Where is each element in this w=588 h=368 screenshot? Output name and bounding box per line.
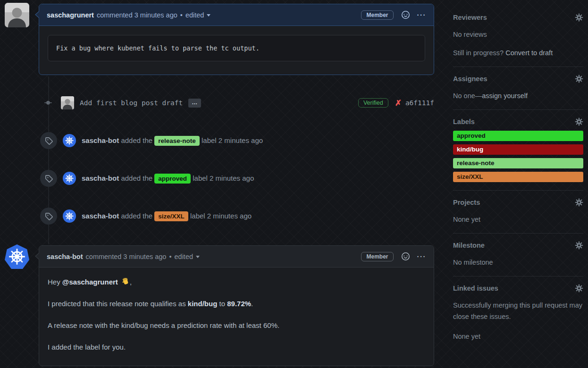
comment-header: sascha-bot commented 3 minutes ago • edi…	[39, 246, 434, 268]
comment-author-link[interactable]: sascha-bot	[47, 253, 83, 260]
reviewers-hint: Still in progress? Convert to draft	[453, 47, 583, 59]
tag-icon	[45, 175, 53, 183]
kubernetes-icon	[64, 211, 75, 221]
tag-icon	[45, 137, 53, 145]
assign-yourself-link[interactable]: assign yourself	[482, 92, 528, 100]
commit-message-link[interactable]: Add first blog post draft	[80, 99, 183, 107]
event-author-link[interactable]: sascha-bot	[82, 212, 119, 220]
comment-header: saschagrunert commented 3 minutes ago • …	[39, 4, 434, 26]
member-badge: Member	[361, 10, 393, 20]
wave-emoji-icon	[121, 277, 130, 286]
sidebar-label-size-xxl[interactable]: size/XXL	[453, 172, 583, 182]
smiley-icon	[402, 11, 410, 19]
prediction-line: I predicted that this release note quali…	[48, 299, 425, 309]
git-commit-icon	[40, 99, 56, 107]
reviewers-empty-text: No reviews	[453, 29, 583, 40]
event-action: added the	[121, 174, 152, 182]
smiley-icon	[402, 252, 410, 260]
gear-icon	[575, 198, 583, 207]
milestone-title[interactable]: Milestone	[453, 242, 485, 249]
mention-link[interactable]: @saschagrunert	[62, 278, 118, 286]
separator-dot: •	[180, 11, 183, 19]
event-action: added the	[121, 212, 152, 220]
comment-author-link[interactable]: saschagrunert	[47, 11, 94, 19]
event-badge	[40, 170, 57, 187]
commit-author-avatar[interactable]	[61, 96, 74, 109]
event-badge	[40, 132, 57, 149]
comment-options-button[interactable]: ···	[417, 252, 427, 260]
label-chip[interactable]: size/XXL	[154, 211, 188, 221]
assignees-settings-button[interactable]	[575, 75, 583, 83]
comment-saschagrunert: saschagrunert commented 3 minutes ago • …	[39, 4, 434, 75]
separator-dot: •	[169, 253, 171, 260]
label-chip[interactable]: release-note	[154, 136, 200, 146]
comment-timestamp[interactable]: commented 3 minutes ago	[97, 11, 177, 19]
sidebar-section-milestone: Milestone No milestone	[453, 234, 583, 276]
linked-issues-description: Successfully merging this pull request m…	[453, 300, 583, 322]
avatar-sascha-bot[interactable]	[5, 244, 29, 269]
sidebar-section-linked-issues: Linked issues Successfully merging this …	[453, 276, 583, 350]
projects-settings-button[interactable]	[575, 198, 583, 207]
assignees-empty-text: No one—assign yourself	[453, 90, 583, 101]
closing-line: I added the label for you.	[48, 342, 425, 352]
chevron-down-icon	[196, 256, 200, 258]
edited-dropdown[interactable]: edited	[185, 11, 211, 19]
gear-icon	[575, 13, 583, 22]
add-reaction-button[interactable]	[402, 252, 410, 260]
sidebar-section-labels: Labels approved kind/bug release-note si…	[453, 110, 583, 191]
label-chip[interactable]: approved	[154, 174, 191, 184]
comment-body: Hey @saschagrunert , I predicted that th…	[39, 268, 434, 368]
assignees-title[interactable]: Assignees	[453, 75, 487, 83]
tag-icon	[45, 212, 53, 220]
status-x-icon[interactable]: ✗	[395, 98, 402, 108]
greeting-line: Hey @saschagrunert ,	[48, 277, 425, 287]
comment-sascha-bot: sascha-bot commented 3 minutes ago • edi…	[39, 245, 434, 366]
event-author-link[interactable]: sascha-bot	[82, 136, 119, 144]
milestone-settings-button[interactable]	[575, 241, 583, 250]
gear-icon	[575, 75, 583, 83]
linked-issues-empty-text: None yet	[453, 331, 583, 342]
sidebar-section-reviewers: Reviewers No reviews Still in progress? …	[453, 6, 583, 67]
commit-sha-link[interactable]: a6f111f	[405, 99, 434, 107]
commit-expand-button[interactable]: …	[188, 99, 201, 108]
linked-issues-settings-button[interactable]	[575, 284, 583, 293]
milestone-empty-text: No milestone	[453, 257, 583, 268]
gear-icon	[575, 284, 583, 293]
add-reaction-button[interactable]	[402, 11, 410, 19]
event-suffix: label 2 minutes ago	[190, 212, 252, 220]
projects-title[interactable]: Projects	[453, 199, 480, 206]
label-event-row: sascha-bot added the release-note label …	[40, 132, 435, 149]
sidebar-label-release-note[interactable]: release-note	[453, 158, 583, 168]
sidebar-section-projects: Projects None yet	[453, 191, 583, 234]
event-action: added the	[121, 136, 152, 144]
labels-settings-button[interactable]	[575, 117, 583, 126]
labels-list: approved kind/bug release-note size/XXL	[453, 131, 583, 182]
sidebar-section-assignees: Assignees No one—assign yourself	[453, 67, 583, 110]
kubernetes-icon	[7, 247, 27, 267]
reviewers-settings-button[interactable]	[575, 13, 583, 22]
kebab-icon: ···	[417, 11, 427, 19]
event-suffix: label 2 minutes ago	[202, 136, 263, 144]
convert-to-draft-link[interactable]: Convert to draft	[505, 49, 553, 57]
labels-title[interactable]: Labels	[453, 118, 475, 125]
event-suffix: label 2 minutes ago	[193, 174, 254, 182]
edited-dropdown[interactable]: edited	[175, 253, 200, 260]
chevron-down-icon	[207, 14, 210, 17]
avatar-saschagrunert[interactable]	[5, 3, 29, 27]
reviewers-title[interactable]: Reviewers	[453, 14, 487, 21]
linked-issues-title[interactable]: Linked issues	[453, 284, 498, 292]
sidebar-label-approved[interactable]: approved	[453, 131, 583, 141]
member-badge: Member	[361, 252, 393, 261]
verified-badge[interactable]: Verified	[358, 98, 388, 108]
comment-options-button[interactable]: ···	[417, 11, 427, 19]
sidebar-label-kind-bug[interactable]: kind/bug	[453, 144, 583, 155]
comment-timestamp[interactable]: commented 3 minutes ago	[86, 253, 167, 260]
label-event-row: sascha-bot added the size/XXL label 2 mi…	[40, 208, 435, 225]
sascha-bot-avatar[interactable]	[63, 209, 76, 223]
sidebar: Reviewers No reviews Still in progress? …	[453, 6, 583, 350]
sascha-bot-avatar[interactable]	[63, 172, 76, 185]
kubernetes-icon	[64, 135, 75, 146]
sascha-bot-avatar[interactable]	[63, 134, 76, 147]
event-author-link[interactable]: sascha-bot	[82, 174, 119, 182]
event-badge	[40, 208, 57, 225]
